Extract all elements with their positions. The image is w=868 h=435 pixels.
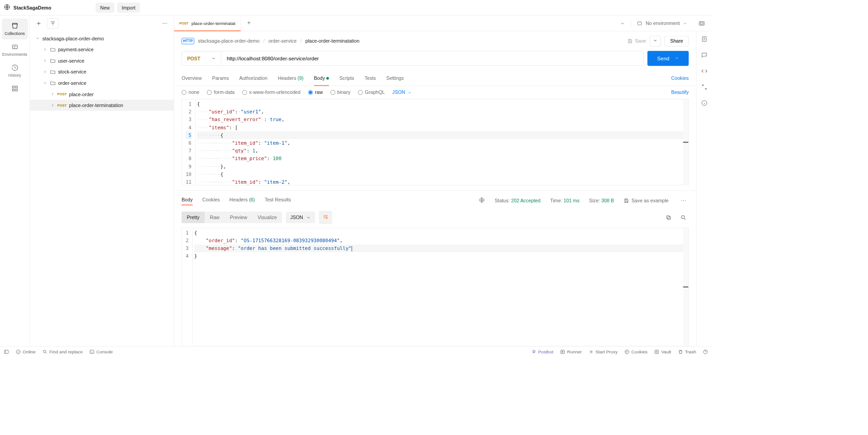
- chevron-right-icon: [42, 69, 47, 74]
- tree-folder-order[interactable]: order-service: [30, 78, 174, 89]
- radio-none[interactable]: none: [181, 90, 199, 95]
- editor-minimap-toggle[interactable]: [683, 228, 688, 346]
- network-icon[interactable]: [479, 197, 485, 204]
- tab-params[interactable]: Params: [212, 71, 229, 86]
- status-bar: Online Find and replace Console Postbot …: [0, 346, 712, 357]
- breadcrumb-item[interactable]: order-service: [268, 38, 296, 44]
- expand-icon[interactable]: [701, 84, 707, 92]
- status-console[interactable]: Console: [89, 349, 113, 354]
- breadcrumb-item[interactable]: stacksaga-place-order-demo: [198, 38, 260, 44]
- tree-folder-stock[interactable]: stock-service: [30, 66, 174, 78]
- status-vault[interactable]: Vault: [654, 349, 671, 354]
- nav-more[interactable]: [2, 81, 28, 96]
- resp-tab-test-results[interactable]: Test Results: [265, 196, 291, 204]
- comments-icon[interactable]: [701, 52, 707, 59]
- resp-tab-headers-count: (6): [249, 196, 255, 202]
- request-body-editor[interactable]: 1234567891011 {····"user_id":·"user1",··…: [181, 99, 689, 185]
- status-online[interactable]: Online: [15, 349, 35, 354]
- status-runner[interactable]: Runner: [560, 349, 582, 354]
- tab-tests[interactable]: Tests: [365, 71, 376, 86]
- nav-collections[interactable]: Collections: [2, 19, 28, 39]
- documentation-icon[interactable]: [701, 36, 707, 44]
- environment-selector[interactable]: No environment: [631, 20, 692, 26]
- save-button[interactable]: Save: [627, 38, 646, 44]
- status-trash[interactable]: Trash: [678, 349, 696, 354]
- radio-graphql[interactable]: GraphQL: [358, 90, 385, 95]
- status-find-replace[interactable]: Find and replace: [42, 349, 83, 354]
- status-panel-toggle[interactable]: [4, 349, 9, 354]
- svg-point-26: [590, 351, 592, 352]
- url-input[interactable]: [221, 51, 643, 65]
- tab-dropdown-button[interactable]: [618, 19, 627, 28]
- tree-folder-user[interactable]: user-service: [30, 55, 174, 66]
- response-body-editor[interactable]: 1234 { "order_id": "OS-1715766328169-083…: [181, 228, 689, 347]
- tree-folder-payment[interactable]: payment-service: [30, 44, 174, 55]
- save-dropdown-button[interactable]: [650, 36, 661, 47]
- pill-raw[interactable]: Raw: [205, 212, 225, 223]
- tab-authorization[interactable]: Authorization: [239, 71, 267, 86]
- left-nav-rail: Collections Environments History: [0, 15, 30, 346]
- line-wrap-button[interactable]: [319, 211, 332, 224]
- radio-binary[interactable]: binary: [330, 90, 351, 95]
- nav-history[interactable]: History: [2, 60, 28, 81]
- cookies-link[interactable]: Cookies: [671, 75, 689, 81]
- radio-raw[interactable]: raw: [308, 90, 323, 95]
- status-start-proxy[interactable]: Start Proxy: [588, 349, 618, 354]
- beautify-button[interactable]: Beautify: [671, 90, 689, 95]
- svg-point-29: [627, 351, 628, 351]
- tab-request[interactable]: POST place-order-terminatat: [174, 15, 241, 31]
- body-format-dropdown[interactable]: JSON: [392, 90, 412, 95]
- tab-overview[interactable]: Overview: [181, 71, 201, 86]
- folder-icon: [50, 47, 56, 53]
- pill-pretty[interactable]: Pretty: [181, 212, 205, 223]
- import-button[interactable]: Import: [117, 3, 140, 13]
- copy-response-button[interactable]: [663, 212, 674, 223]
- radio-form-label: form-data: [214, 90, 235, 95]
- tree-collection[interactable]: stacksaga-place-order-demo: [30, 33, 174, 44]
- share-button[interactable]: Share: [665, 36, 689, 47]
- svg-point-22: [16, 350, 20, 354]
- pill-preview[interactable]: Preview: [225, 212, 252, 223]
- tree-request-terminatation[interactable]: POST place-order-terminatation: [30, 100, 174, 111]
- tab-scripts[interactable]: Scripts: [339, 71, 354, 86]
- resp-tab-cookies[interactable]: Cookies: [202, 196, 220, 204]
- method-select[interactable]: POST: [182, 51, 221, 65]
- response-format-dropdown[interactable]: JSON: [286, 212, 315, 223]
- radio-form-data[interactable]: form-data: [207, 90, 235, 95]
- status-help[interactable]: [703, 349, 708, 354]
- editor-code[interactable]: { "order_id": "OS-1715766328169-08393293…: [193, 228, 688, 346]
- status-postbot[interactable]: Postbot: [531, 349, 554, 354]
- workspace-name: StackSagaDemo: [14, 5, 52, 10]
- svg-rect-11: [700, 22, 703, 24]
- response-format-row: Pretty Raw Preview Visualize JSON: [174, 209, 696, 228]
- pill-visualize[interactable]: Visualize: [252, 212, 282, 223]
- tab-add-button[interactable]: [241, 20, 256, 26]
- method-name: POST: [187, 56, 200, 61]
- tab-headers[interactable]: Headers (9): [278, 71, 303, 86]
- search-response-button[interactable]: [678, 212, 689, 223]
- tree-request-place-order[interactable]: POST place-order: [30, 88, 174, 100]
- filter-button[interactable]: [47, 18, 59, 29]
- code-icon[interactable]: [701, 68, 707, 75]
- resp-tab-body[interactable]: Body: [181, 196, 192, 204]
- radio-x-www[interactable]: x-www-form-urlencoded: [242, 90, 300, 95]
- send-button[interactable]: Send: [647, 51, 689, 66]
- save-as-example-button[interactable]: Save as example: [624, 198, 669, 203]
- editor-minimap-toggle[interactable]: [683, 99, 688, 185]
- info-icon[interactable]: [701, 100, 707, 108]
- workspace-selector[interactable]: StackSagaDemo New Import: [4, 3, 141, 13]
- svg-point-6: [163, 23, 164, 24]
- resp-tab-headers[interactable]: Headers (6): [230, 196, 255, 204]
- env-quicklook-button[interactable]: [696, 18, 707, 29]
- tab-settings[interactable]: Settings: [386, 71, 404, 86]
- nav-environments[interactable]: Environments: [2, 39, 28, 60]
- sidebar-more-button[interactable]: [160, 18, 170, 29]
- tab-body[interactable]: Body: [314, 71, 329, 86]
- status-cookies[interactable]: Cookies: [624, 349, 647, 354]
- response-size: Size:308 B: [589, 198, 614, 203]
- response-more-button[interactable]: [678, 196, 689, 206]
- add-collection-button[interactable]: [34, 18, 44, 29]
- new-button[interactable]: New: [96, 3, 114, 13]
- request-tabs: Overview Params Authorization Headers (9…: [174, 71, 696, 86]
- editor-code[interactable]: {····"user_id":·"user1",····"has_revert_…: [196, 99, 688, 185]
